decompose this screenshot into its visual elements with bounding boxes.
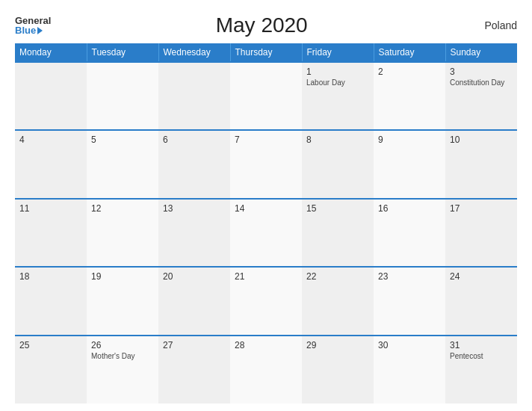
day-number: 1: [306, 67, 369, 77]
day-number: 16: [378, 203, 441, 214]
calendar-cell: [87, 62, 158, 130]
day-event-label: Labour Day: [306, 78, 369, 87]
calendar-cell: 30: [374, 336, 445, 404]
calendar-cell: 10: [445, 130, 517, 198]
calendar-cell: 17: [445, 199, 517, 267]
calendar-cell: [158, 62, 230, 130]
calendar-cell: 9: [374, 130, 445, 198]
calendar-cell: 26Mother's Day: [87, 336, 158, 404]
day-number: 31: [450, 340, 513, 350]
day-number: 23: [378, 271, 441, 282]
calendar-week-row: 18192021222324: [15, 267, 517, 335]
day-number: 14: [235, 203, 297, 214]
day-number: 8: [306, 135, 369, 145]
calendar-cell: [230, 62, 302, 130]
calendar-week-row: 2526Mother's Day2728293031Pentecost: [15, 336, 517, 404]
calendar-cell: 1Labour Day: [302, 62, 374, 130]
day-number: 26: [91, 340, 154, 350]
calendar-cell: 3Constitution Day: [445, 62, 517, 130]
top-bar: General Blue May 2020 Poland: [15, 13, 517, 37]
calendar-cell: 15: [302, 199, 374, 267]
day-event-label: Constitution Day: [450, 78, 513, 87]
weekday-header-friday: Friday: [302, 43, 374, 62]
calendar-week-row: 1Labour Day23Constitution Day: [15, 62, 517, 130]
day-number: 21: [235, 271, 297, 282]
day-number: 25: [19, 340, 82, 350]
calendar-cell: 2: [374, 62, 445, 130]
weekday-header-tuesday: Tuesday: [87, 43, 158, 62]
day-number: 20: [163, 271, 226, 282]
weekday-header-thursday: Thursday: [230, 43, 302, 62]
day-number: 18: [19, 271, 82, 282]
calendar-cell: [15, 62, 87, 130]
day-number: 5: [91, 135, 154, 145]
logo: General Blue: [15, 16, 51, 35]
day-number: 9: [378, 135, 441, 145]
calendar-cell: 18: [15, 267, 87, 335]
calendar-cell: 8: [302, 130, 374, 198]
weekday-header-sunday: Sunday: [445, 43, 517, 62]
calendar-week-row: 45678910: [15, 130, 517, 198]
logo-triangle-icon: [37, 27, 43, 34]
calendar-cell: 13: [158, 199, 230, 267]
calendar-cell: 12: [87, 199, 158, 267]
day-number: 24: [450, 271, 513, 282]
calendar-cell: 19: [87, 267, 158, 335]
day-number: 12: [91, 203, 154, 214]
weekday-header-saturday: Saturday: [374, 43, 445, 62]
calendar-cell: 22: [302, 267, 374, 335]
country-label: Poland: [472, 19, 517, 31]
calendar-cell: 31Pentecost: [445, 336, 517, 404]
day-number: 27: [163, 340, 226, 350]
day-number: 3: [450, 67, 513, 77]
calendar-cell: 20: [158, 267, 230, 335]
calendar-week-row: 11121314151617: [15, 199, 517, 267]
day-number: 4: [19, 135, 82, 145]
day-event-label: Mother's Day: [91, 352, 154, 360]
day-number: 2: [378, 67, 441, 77]
day-number: 11: [19, 203, 82, 214]
day-number: 10: [450, 135, 513, 145]
calendar-page: General Blue May 2020 Poland MondayTuesd…: [0, 0, 532, 411]
calendar-cell: 28: [230, 336, 302, 404]
day-number: 17: [450, 203, 513, 214]
calendar-cell: 23: [374, 267, 445, 335]
calendar-cell: 27: [158, 336, 230, 404]
weekday-header-monday: Monday: [15, 43, 87, 62]
logo-blue-text: Blue: [15, 25, 51, 35]
weekday-header-wednesday: Wednesday: [158, 43, 230, 62]
day-number: 7: [235, 135, 297, 145]
day-event-label: Pentecost: [450, 352, 513, 360]
calendar-cell: 21: [230, 267, 302, 335]
weekday-header-row: MondayTuesdayWednesdayThursdayFridaySatu…: [15, 43, 517, 62]
calendar-cell: 4: [15, 130, 87, 198]
calendar-table: MondayTuesdayWednesdayThursdayFridaySatu…: [15, 43, 517, 404]
calendar-cell: 25: [15, 336, 87, 404]
day-number: 15: [306, 203, 369, 214]
day-number: 6: [163, 135, 226, 145]
day-number: 28: [235, 340, 297, 350]
calendar-cell: 16: [374, 199, 445, 267]
day-number: 19: [91, 271, 154, 282]
calendar-title: May 2020: [51, 13, 472, 37]
calendar-cell: 11: [15, 199, 87, 267]
calendar-cell: 29: [302, 336, 374, 404]
calendar-cell: 14: [230, 199, 302, 267]
day-number: 30: [378, 340, 441, 350]
calendar-cell: 6: [158, 130, 230, 198]
calendar-cell: 7: [230, 130, 302, 198]
calendar-cell: 24: [445, 267, 517, 335]
day-number: 22: [306, 271, 369, 282]
day-number: 13: [163, 203, 226, 214]
calendar-cell: 5: [87, 130, 158, 198]
day-number: 29: [306, 340, 369, 350]
